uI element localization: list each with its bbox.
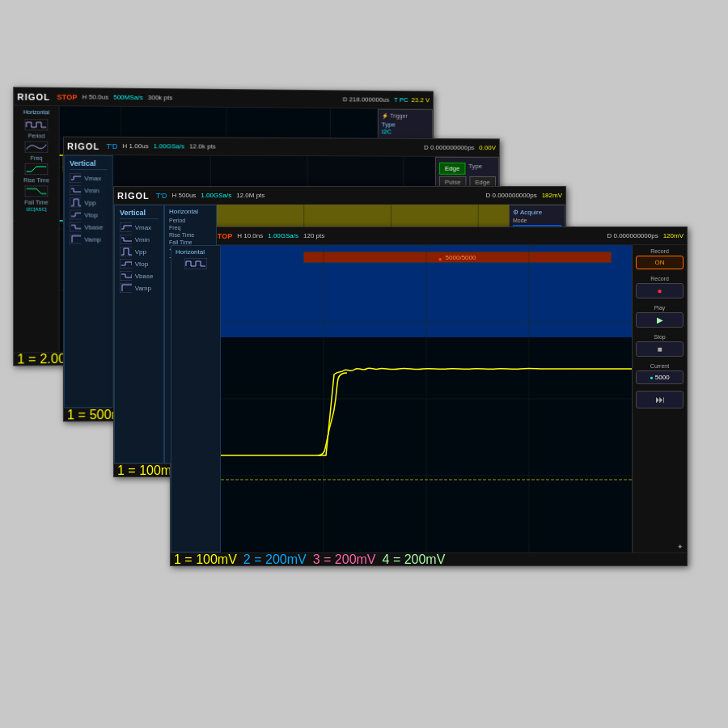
screen3-memory: 12.0M pts bbox=[236, 192, 265, 199]
screen1-memory: 300k pts bbox=[148, 94, 173, 101]
usb-icon: ✦ bbox=[677, 543, 684, 551]
screen4-progress-bar-icon: ● bbox=[438, 250, 442, 265]
screen4-current-label: Current bbox=[636, 363, 684, 369]
screen1-horiz-label: Horizontal bbox=[15, 109, 57, 116]
screen4-record-panel: Record ON Record ● Play ▶ Stop ■ Current bbox=[632, 245, 687, 552]
screen4-play-btn[interactable]: ▶ bbox=[636, 312, 684, 328]
screen4-timebase: H 10.0ns bbox=[237, 232, 263, 239]
acquire-icon: ⚙ bbox=[513, 209, 518, 216]
screen2-edge-btn[interactable]: Edge bbox=[439, 163, 465, 175]
screen1-freq-label: Freq bbox=[15, 155, 57, 161]
screen4-samplerate: 1.00GSa/s bbox=[268, 232, 298, 239]
screen2-vbase: Vbase bbox=[70, 222, 108, 231]
screen1-trigger-i2c: I2C bbox=[382, 128, 429, 135]
vpp-icon bbox=[70, 197, 81, 207]
period-icon bbox=[25, 119, 49, 130]
screen4-stop-label: Stop bbox=[636, 334, 684, 340]
screen3-delay: D 0.000000000ps bbox=[485, 192, 536, 199]
screen4-fastforward-btn[interactable]: ⏭ bbox=[636, 391, 684, 408]
screen4-play-label: Play bbox=[636, 305, 684, 311]
record-dot-icon: ● bbox=[657, 286, 662, 295]
screen2-vert-title: Vertical bbox=[70, 159, 108, 170]
screen3-falltime: Fall Time bbox=[169, 239, 212, 245]
screen4-waveform-svg bbox=[221, 245, 632, 552]
screen4-record-on-value[interactable]: ON bbox=[636, 256, 684, 269]
screen4-channels: 1 = 100mV 2 = 200mV 3 = 200mV 4 = 200mV bbox=[171, 552, 687, 565]
screen4-ch3-label: 3 = 200mV bbox=[313, 552, 376, 567]
screen2-voltage: 0.00V bbox=[479, 144, 496, 151]
screen3-risetime: Rise Time bbox=[169, 232, 212, 238]
screen4-header: RIGOL STOP H 10.0ns 1.00GSa/s 120 pts D … bbox=[171, 227, 687, 245]
screen4-ch4-label: 4 = 200mV bbox=[383, 552, 446, 567]
stop-icon: ■ bbox=[657, 345, 662, 353]
screen3-horiz-title: Horizontal bbox=[169, 208, 212, 215]
screen3-mode-label: Mode bbox=[513, 218, 561, 223]
vbase-icon bbox=[70, 222, 81, 231]
screen1-trigger-panel: ⚡ Trigger Type I2C bbox=[378, 109, 433, 140]
screen4-record-label: Record bbox=[636, 276, 684, 281]
screen3-acquire-title: ⚙ Acquire bbox=[513, 209, 561, 216]
screen3-timebase: H 500us bbox=[172, 192, 197, 199]
vmin-icon bbox=[70, 185, 81, 195]
screen3-vtop-icon bbox=[120, 259, 132, 269]
svg-rect-11 bbox=[70, 185, 81, 195]
screen1-pc: T PC bbox=[394, 96, 408, 104]
screen3-logo: RIGOL bbox=[117, 191, 150, 201]
screen4-horiz-title: Horizontal bbox=[176, 248, 216, 256]
svg-rect-9 bbox=[25, 185, 49, 197]
screen3-vmin: Vmin bbox=[120, 235, 159, 244]
screen1-logo: RIGOL bbox=[17, 91, 50, 102]
screen1-i2c-label: I2C[ASC] bbox=[15, 207, 57, 212]
screen1-samplerate: 500MSa/s bbox=[113, 94, 143, 101]
screen2-samplerate: 1.00GSa/s bbox=[154, 142, 184, 150]
svg-rect-23 bbox=[120, 235, 132, 244]
screen2-vmax: Vmax bbox=[70, 173, 108, 183]
oscilloscope-screen-4: RIGOL STOP H 10.0ns 1.00GSa/s 120 pts D … bbox=[170, 226, 688, 566]
freq-icon bbox=[25, 141, 49, 152]
screen3-vbase-icon bbox=[120, 271, 132, 281]
screen4-horiz-period-icon bbox=[184, 258, 207, 269]
screen4-stop-btn[interactable]: ■ bbox=[636, 341, 684, 357]
screen3-vert-title: Vertical bbox=[120, 209, 159, 219]
screen3-vert-panel: Vertical Vmax Vmin Vpp Vtop bbox=[114, 205, 164, 463]
screen3-vpp-icon bbox=[120, 247, 132, 256]
screen4-progress-text: 5000/5000 bbox=[446, 254, 476, 261]
screen4-voltage: 120mV bbox=[663, 232, 684, 239]
screen1-falltime-label: Fall Time bbox=[15, 199, 57, 205]
screen4-record-btn[interactable]: ● bbox=[636, 283, 684, 298]
screen4-current-value: ● 5000 bbox=[636, 370, 684, 384]
screen3-vpp: Vpp bbox=[120, 247, 159, 256]
current-dot-icon: ● bbox=[650, 375, 653, 380]
screen3-vmax-icon bbox=[120, 222, 132, 232]
screen1-trigger-title: ⚡ Trigger bbox=[382, 113, 429, 120]
screen2-logo: RIGOL bbox=[67, 141, 99, 150]
falltime-icon bbox=[25, 185, 49, 197]
screen2-vamp: Vamp bbox=[70, 235, 108, 244]
screen3-voltage: 182mV bbox=[542, 192, 562, 199]
screen4-main: Horizontal ● 5000/5000 bbox=[171, 245, 687, 552]
vamp-icon bbox=[70, 235, 81, 244]
screen4-waveform-area: ● 5000/5000 bbox=[221, 245, 632, 552]
risetime-icon bbox=[25, 163, 49, 175]
screen1-timebase: H 50.0us bbox=[82, 93, 108, 100]
svg-rect-10 bbox=[70, 173, 81, 183]
screen3-vtop: Vtop bbox=[120, 259, 159, 269]
screen3-vmax: Vmax bbox=[120, 222, 159, 232]
fast-forward-icon: ⏭ bbox=[655, 394, 665, 405]
screen3-vbase: Vbase bbox=[120, 271, 159, 281]
screen2-vert-panel: Vertical Vmax Vmin Vpp Vtop bbox=[64, 155, 113, 408]
screen2-delay: D 0.000000000ps bbox=[424, 144, 474, 151]
screen2-vtop: Vtop bbox=[70, 210, 108, 219]
svg-rect-22 bbox=[120, 222, 132, 232]
screen2-memory: 12.0k pts bbox=[189, 142, 216, 150]
screen4-horiz-panel: Horizontal bbox=[171, 245, 221, 552]
play-icon: ▶ bbox=[657, 315, 663, 324]
screen3-vamp-icon bbox=[120, 283, 132, 293]
screen1-status: STOP bbox=[57, 93, 77, 101]
screen3-status: T'D bbox=[156, 192, 167, 200]
screen2-status: T'D bbox=[106, 142, 117, 150]
screen3-vamp: Vamp bbox=[120, 283, 159, 293]
screen3-samplerate: 1.00GSa/s bbox=[201, 192, 231, 199]
screen3-period: Period bbox=[169, 218, 212, 223]
screen2-vmin: Vmin bbox=[70, 185, 108, 195]
